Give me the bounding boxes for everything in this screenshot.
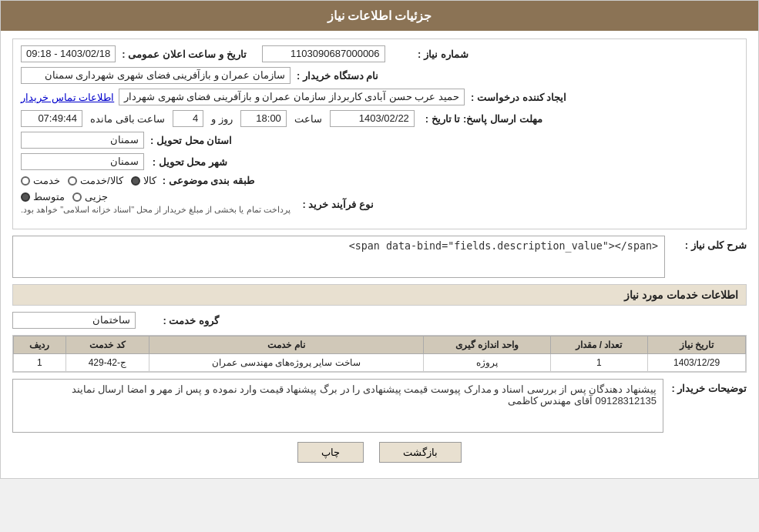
col-service-code: کد خدمت: [65, 336, 149, 354]
province-value: سمنان: [21, 132, 144, 149]
col-service-name: نام خدمت: [149, 336, 423, 354]
service-group-label: گروه خدمت :: [142, 315, 219, 326]
radio-goods-service[interactable]: کالا/خدمت: [68, 175, 123, 186]
remaining-label: ساعت باقی مانده: [90, 113, 165, 125]
table-header-row: تاریخ نیاز تعداد / مقدار واحد اندازه گیر…: [14, 336, 746, 354]
print-button[interactable]: چاپ: [297, 442, 364, 463]
radio-partial[interactable]: جزیی: [72, 191, 108, 202]
service-group-value: ساختمان: [12, 312, 136, 329]
cell-quantity: 1: [550, 354, 648, 372]
request-number-label: شماره نیاز :: [391, 49, 468, 60]
col-date: تاریخ نیاز: [648, 336, 746, 354]
cell-row-num: 1: [14, 354, 66, 372]
radio-partial-label: جزیی: [85, 191, 108, 202]
province-label: استان محل تحویل :: [150, 135, 232, 146]
action-buttons: بازگشت چاپ: [12, 442, 747, 463]
cell-date: 1403/12/29: [648, 354, 746, 372]
cell-unit: پروژه: [424, 354, 550, 372]
col-quantity: تعداد / مقدار: [550, 336, 648, 354]
cell-service-name: ساخت سایر پروژه‌های مهندسی عمران: [149, 354, 423, 372]
col-unit: واحد اندازه گیری: [424, 336, 550, 354]
service-group-row: گروه خدمت : ساختمان: [12, 312, 747, 329]
description-section: شرح کلی نیاز : <span data-bind="fields.d…: [12, 236, 747, 278]
back-button[interactable]: بازگشت: [379, 442, 462, 463]
radio-service-label: خدمت: [33, 175, 60, 186]
radio-medium-label: متوسط: [33, 191, 65, 202]
page-header: جزئیات اطلاعات نیاز: [1, 1, 758, 31]
province-row: استان محل تحویل : سمنان: [21, 132, 738, 149]
purchase-note: پرداخت تمام یا بخشی از مبلغ خریدار از مح…: [21, 205, 291, 215]
days-label: روز و: [211, 113, 233, 125]
purchase-type-row: نوع فرآیند خرید : جزیی متوسط پرداخت تمام…: [21, 191, 738, 218]
creator-row: ایجاد کننده درخواست : حمید عرب حسن آبادی…: [21, 89, 738, 105]
buyer-notes-label: توضیحات خریدار :: [670, 379, 747, 394]
creator-label: ایجاد کننده درخواست :: [471, 92, 566, 103]
radio-partial-circle: [72, 192, 82, 202]
buyer-name-row: نام دستگاه خریدار : سازمان عمران و بازآف…: [21, 67, 738, 84]
city-value: سمنان: [21, 153, 144, 170]
cell-service-code: ج-42-429: [65, 354, 149, 372]
services-table-wrapper: تاریخ نیاز تعداد / مقدار واحد اندازه گیر…: [12, 335, 747, 373]
buyer-notes-row: توضیحات خریدار : پیشنهاد دهندگان پس از ب…: [12, 379, 747, 433]
deadline-date-value: 1403/02/22: [330, 110, 415, 127]
city-row: شهر محل تحویل : سمنان: [21, 153, 738, 170]
creator-value: حمید عرب حسن آبادی کاربرداز سازمان عمران…: [119, 89, 465, 105]
category-label: طبقه بندی موضوعی :: [163, 175, 254, 186]
announce-label: تاریخ و ساعت اعلان عمومی :: [122, 49, 246, 60]
request-number-value: 1103090687000006: [262, 45, 385, 62]
info-section: شماره نیاز : 1103090687000006 تاریخ و سا…: [12, 38, 747, 229]
category-row: طبقه بندی موضوعی : کالا کالا/خدمت خدمت: [21, 175, 738, 186]
buyer-notes-value: پیشنهاد دهندگان پس از بررسی اسناد و مدار…: [12, 379, 663, 433]
description-textarea[interactable]: <span data-bind="fields.description_valu…: [12, 236, 665, 278]
days-value: 4: [173, 110, 203, 127]
services-section-title: اطلاعات خدمات مورد نیاز: [12, 284, 747, 306]
remaining-value: 07:49:44: [21, 110, 82, 127]
buyer-name-value: سازمان عمران و بازآفرینی فضای شهری شهردا…: [21, 67, 291, 84]
purchase-type-radio-group: جزیی متوسط: [21, 191, 108, 202]
table-row: 1403/12/29 1 پروژه ساخت سایر پروژه‌های م…: [14, 354, 746, 372]
radio-goods-circle: [131, 176, 140, 186]
radio-goods-service-label: کالا/خدمت: [80, 175, 123, 186]
description-label: شرح کلی نیاز :: [677, 236, 747, 251]
creator-contact-link[interactable]: اطلاعات تماس خریدار: [21, 92, 114, 103]
radio-medium-circle: [21, 192, 30, 202]
radio-goods-service-circle: [68, 176, 77, 186]
radio-medium[interactable]: متوسط: [21, 191, 65, 202]
buyer-name-label: نام دستگاه خریدار :: [297, 70, 378, 82]
deadline-time-value: 18:00: [240, 110, 287, 127]
radio-goods[interactable]: کالا: [131, 175, 156, 186]
time-label: ساعت: [294, 113, 322, 125]
radio-service[interactable]: خدمت: [21, 175, 60, 186]
request-number-row: شماره نیاز : 1103090687000006 تاریخ و سا…: [21, 45, 738, 62]
services-table: تاریخ نیاز تعداد / مقدار واحد اندازه گیر…: [13, 336, 746, 372]
radio-service-circle: [21, 176, 30, 186]
page-title: جزئیات اطلاعات نیاز: [327, 9, 432, 22]
city-label: شهر محل تحویل :: [150, 156, 227, 168]
purchase-type-label: نوع فرآیند خرید :: [297, 199, 374, 210]
col-row-num: ردیف: [14, 336, 66, 354]
announce-value: 1403/02/18 - 09:18: [21, 45, 116, 62]
deadline-row: مهلت ارسال پاسخ: تا تاریخ : 1403/02/22 س…: [21, 110, 738, 127]
category-radio-group: کالا کالا/خدمت خدمت: [21, 175, 156, 186]
radio-goods-label: کالا: [143, 175, 156, 186]
deadline-label: مهلت ارسال پاسخ: تا تاریخ :: [425, 113, 542, 125]
